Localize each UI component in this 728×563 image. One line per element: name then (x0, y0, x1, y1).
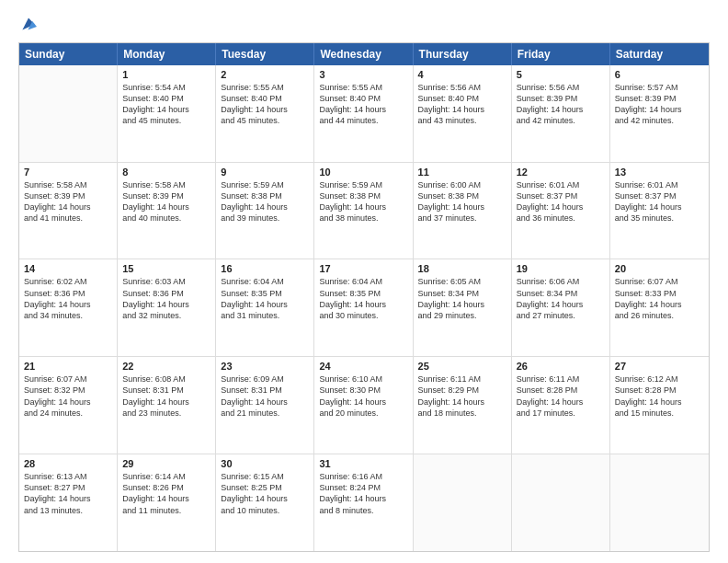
cell-content: Sunrise: 5:56 AM Sunset: 8:39 PM Dayligh… (517, 82, 605, 127)
calendar-cell: 21Sunrise: 6:07 AM Sunset: 8:32 PM Dayli… (19, 357, 118, 454)
calendar-cell: 8Sunrise: 5:58 AM Sunset: 8:39 PM Daylig… (118, 163, 216, 259)
day-number: 18 (418, 263, 506, 274)
day-number: 25 (418, 361, 506, 372)
cell-content: Sunrise: 6:15 AM Sunset: 8:25 PM Dayligh… (221, 471, 309, 516)
cell-content: Sunrise: 5:55 AM Sunset: 8:40 PM Dayligh… (221, 82, 309, 127)
cell-content: Sunrise: 6:16 AM Sunset: 8:24 PM Dayligh… (319, 471, 407, 516)
day-number: 12 (517, 167, 605, 178)
calendar-cell: 9Sunrise: 5:59 AM Sunset: 8:38 PM Daylig… (216, 163, 314, 259)
day-number: 1 (122, 69, 210, 80)
day-number: 6 (615, 69, 704, 80)
calendar-cell: 12Sunrise: 6:01 AM Sunset: 8:37 PM Dayli… (512, 163, 610, 259)
calendar-cell: 19Sunrise: 6:06 AM Sunset: 8:34 PM Dayli… (512, 259, 610, 356)
calendar-cell: 7Sunrise: 5:58 AM Sunset: 8:39 PM Daylig… (19, 163, 118, 259)
logo (18, 15, 37, 33)
calendar-cell: 24Sunrise: 6:10 AM Sunset: 8:30 PM Dayli… (314, 357, 413, 454)
calendar-header: SundayMondayTuesdayWednesdayThursdayFrid… (19, 43, 709, 65)
day-number: 16 (221, 263, 309, 274)
calendar-cell: 15Sunrise: 6:03 AM Sunset: 8:36 PM Dayli… (118, 259, 216, 356)
calendar-cell: 10Sunrise: 5:59 AM Sunset: 8:38 PM Dayli… (314, 163, 413, 259)
calendar-row-2: 7Sunrise: 5:58 AM Sunset: 8:39 PM Daylig… (19, 163, 709, 260)
header-day-sunday: Sunday (19, 43, 118, 65)
day-number: 14 (24, 263, 112, 274)
cell-content: Sunrise: 6:13 AM Sunset: 8:27 PM Dayligh… (24, 471, 112, 516)
calendar-cell: 31Sunrise: 6:16 AM Sunset: 8:24 PM Dayli… (314, 454, 413, 551)
cell-content: Sunrise: 6:01 AM Sunset: 8:37 PM Dayligh… (517, 179, 605, 224)
header-day-wednesday: Wednesday (314, 43, 413, 65)
calendar-cell: 6Sunrise: 5:57 AM Sunset: 8:39 PM Daylig… (610, 65, 709, 162)
day-number: 21 (24, 361, 112, 372)
calendar-cell: 3Sunrise: 5:55 AM Sunset: 8:40 PM Daylig… (314, 65, 413, 162)
day-number: 15 (122, 263, 210, 274)
cell-content: Sunrise: 6:02 AM Sunset: 8:36 PM Dayligh… (24, 276, 112, 321)
calendar-cell (610, 454, 709, 551)
cell-content: Sunrise: 5:58 AM Sunset: 8:39 PM Dayligh… (24, 179, 112, 224)
day-number: 31 (319, 458, 407, 469)
cell-content: Sunrise: 6:03 AM Sunset: 8:36 PM Dayligh… (122, 276, 210, 321)
day-number: 4 (418, 69, 506, 80)
cell-content: Sunrise: 6:11 AM Sunset: 8:29 PM Dayligh… (418, 373, 506, 419)
page: SundayMondayTuesdayWednesdayThursdayFrid… (0, 0, 728, 563)
header-day-monday: Monday (118, 43, 216, 65)
calendar-cell: 20Sunrise: 6:07 AM Sunset: 8:33 PM Dayli… (610, 259, 709, 356)
calendar-cell: 29Sunrise: 6:14 AM Sunset: 8:26 PM Dayli… (118, 454, 216, 551)
calendar-row-5: 28Sunrise: 6:13 AM Sunset: 8:27 PM Dayli… (19, 454, 709, 551)
calendar-cell: 16Sunrise: 6:04 AM Sunset: 8:35 PM Dayli… (216, 259, 314, 356)
header-day-friday: Friday (512, 43, 610, 65)
cell-content: Sunrise: 5:57 AM Sunset: 8:39 PM Dayligh… (615, 82, 704, 127)
header (18, 15, 710, 33)
calendar-cell: 23Sunrise: 6:09 AM Sunset: 8:31 PM Dayli… (216, 357, 314, 454)
calendar-cell (19, 65, 118, 162)
calendar-row-1: 1Sunrise: 5:54 AM Sunset: 8:40 PM Daylig… (19, 65, 709, 163)
cell-content: Sunrise: 6:10 AM Sunset: 8:30 PM Dayligh… (319, 373, 407, 419)
calendar-cell: 26Sunrise: 6:11 AM Sunset: 8:28 PM Dayli… (512, 357, 610, 454)
cell-content: Sunrise: 6:06 AM Sunset: 8:34 PM Dayligh… (517, 276, 605, 321)
day-number: 29 (122, 458, 210, 469)
header-day-thursday: Thursday (414, 43, 512, 65)
calendar: SundayMondayTuesdayWednesdayThursdayFrid… (18, 42, 710, 552)
cell-content: Sunrise: 6:00 AM Sunset: 8:38 PM Dayligh… (418, 179, 506, 224)
header-day-saturday: Saturday (610, 43, 709, 65)
calendar-cell (512, 454, 610, 551)
cell-content: Sunrise: 6:05 AM Sunset: 8:34 PM Dayligh… (418, 276, 506, 321)
calendar-body: 1Sunrise: 5:54 AM Sunset: 8:40 PM Daylig… (19, 65, 709, 551)
cell-content: Sunrise: 6:14 AM Sunset: 8:26 PM Dayligh… (122, 471, 210, 516)
day-number: 22 (122, 361, 210, 372)
cell-content: Sunrise: 6:08 AM Sunset: 8:31 PM Dayligh… (122, 373, 210, 419)
cell-content: Sunrise: 5:59 AM Sunset: 8:38 PM Dayligh… (319, 179, 407, 224)
calendar-cell: 17Sunrise: 6:04 AM Sunset: 8:35 PM Dayli… (314, 259, 413, 356)
day-number: 10 (319, 167, 407, 178)
day-number: 8 (122, 167, 210, 178)
cell-content: Sunrise: 5:58 AM Sunset: 8:39 PM Dayligh… (122, 179, 210, 224)
day-number: 2 (221, 69, 309, 80)
day-number: 11 (418, 167, 506, 178)
calendar-cell: 4Sunrise: 5:56 AM Sunset: 8:40 PM Daylig… (414, 65, 512, 162)
cell-content: Sunrise: 5:56 AM Sunset: 8:40 PM Dayligh… (418, 82, 506, 127)
day-number: 17 (319, 263, 407, 274)
calendar-cell: 27Sunrise: 6:12 AM Sunset: 8:28 PM Dayli… (610, 357, 709, 454)
cell-content: Sunrise: 5:59 AM Sunset: 8:38 PM Dayligh… (221, 179, 309, 224)
calendar-cell: 18Sunrise: 6:05 AM Sunset: 8:34 PM Dayli… (414, 259, 512, 356)
cell-content: Sunrise: 6:12 AM Sunset: 8:28 PM Dayligh… (615, 373, 704, 419)
day-number: 3 (319, 69, 407, 80)
calendar-cell: 25Sunrise: 6:11 AM Sunset: 8:29 PM Dayli… (414, 357, 512, 454)
cell-content: Sunrise: 6:07 AM Sunset: 8:32 PM Dayligh… (24, 373, 112, 419)
day-number: 20 (615, 263, 704, 274)
calendar-cell: 22Sunrise: 6:08 AM Sunset: 8:31 PM Dayli… (118, 357, 216, 454)
calendar-cell: 11Sunrise: 6:00 AM Sunset: 8:38 PM Dayli… (414, 163, 512, 259)
header-day-tuesday: Tuesday (216, 43, 314, 65)
day-number: 7 (24, 167, 112, 178)
cell-content: Sunrise: 6:11 AM Sunset: 8:28 PM Dayligh… (517, 373, 605, 419)
logo-icon (20, 16, 37, 32)
calendar-cell (414, 454, 512, 551)
day-number: 24 (319, 361, 407, 372)
cell-content: Sunrise: 5:54 AM Sunset: 8:40 PM Dayligh… (122, 82, 210, 127)
calendar-row-3: 14Sunrise: 6:02 AM Sunset: 8:36 PM Dayli… (19, 259, 709, 357)
calendar-cell: 28Sunrise: 6:13 AM Sunset: 8:27 PM Dayli… (19, 454, 118, 551)
day-number: 13 (615, 167, 704, 178)
day-number: 9 (221, 167, 309, 178)
calendar-cell: 30Sunrise: 6:15 AM Sunset: 8:25 PM Dayli… (216, 454, 314, 551)
cell-content: Sunrise: 6:09 AM Sunset: 8:31 PM Dayligh… (221, 373, 309, 419)
day-number: 30 (221, 458, 309, 469)
calendar-row-4: 21Sunrise: 6:07 AM Sunset: 8:32 PM Dayli… (19, 357, 709, 454)
